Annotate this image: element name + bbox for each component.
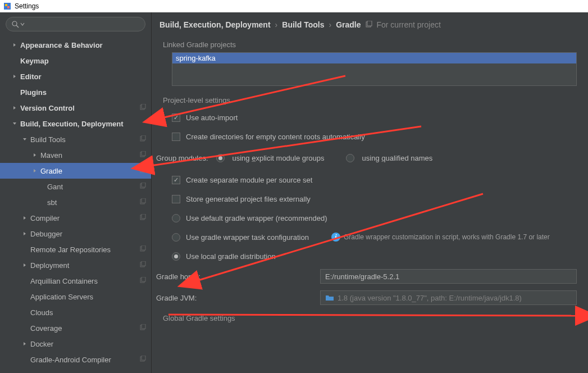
- info-icon: i: [331, 233, 340, 242]
- svg-rect-22: [142, 261, 145, 266]
- sidebar-item-gradle[interactable]: Gradle: [0, 163, 151, 179]
- project-level-label: Project-level settings: [152, 90, 588, 108]
- sidebar-item-label: Arquillian Containers: [30, 277, 140, 285]
- sidebar-item-editor[interactable]: Editor: [0, 69, 151, 84]
- sidebar-item-label: Application Servers: [30, 293, 147, 301]
- radio-icon[interactable]: [346, 154, 354, 162]
- sidebar-item-label: Deployment: [30, 261, 140, 270]
- crumb-3: Gradle: [336, 20, 361, 29]
- svg-rect-30: [367, 21, 372, 26]
- window-title: Settings: [15, 2, 39, 10]
- breadcrumb: Build, Execution, Deployment › Build Too…: [152, 12, 588, 35]
- sidebar-item-arquillian-containers[interactable]: Arquillian Containers: [0, 273, 151, 289]
- linked-projects-list[interactable]: spring-kafka: [172, 52, 577, 86]
- wrapper-task-row[interactable]: Use gradle wrapper task configuration i …: [172, 228, 577, 247]
- chevron-down-icon: [20, 22, 25, 26]
- list-item[interactable]: spring-kafka: [172, 53, 576, 63]
- svg-rect-28: [142, 356, 145, 360]
- checkbox-icon[interactable]: [172, 195, 180, 203]
- chevron-right-icon: [31, 153, 38, 157]
- svg-rect-18: [142, 214, 145, 219]
- radio-icon[interactable]: [172, 252, 180, 261]
- chevron-right-icon: [21, 231, 28, 236]
- sidebar-item-label: Debugger: [30, 230, 147, 238]
- gradle-home-input[interactable]: E:/runtime/gradle-5.2.1: [320, 269, 577, 284]
- sidebar-item-label: Gant: [47, 183, 140, 191]
- copy-icon: [140, 214, 147, 222]
- svg-rect-14: [142, 183, 145, 187]
- chevron-right-icon: [31, 169, 38, 173]
- wrapper-hint: i Gradle wrapper customization in script…: [331, 233, 550, 242]
- radio-icon[interactable]: [216, 154, 225, 162]
- chevron-right-icon: [11, 106, 18, 110]
- settings-tree: Appearance & BehaviorKeymapEditorPlugins…: [0, 36, 151, 373]
- svg-rect-12: [142, 167, 145, 171]
- create-dirs-row[interactable]: Create directories for empty content roo…: [172, 127, 577, 146]
- sidebar-item-label: Keymap: [20, 57, 147, 65]
- sidebar-item-gradle-android-compiler[interactable]: Gradle-Android Compiler: [0, 352, 151, 367]
- sidebar-item-build-execution-deployment[interactable]: Build, Execution, Deployment: [0, 116, 151, 131]
- svg-rect-1: [5, 4, 7, 6]
- gradle-jvm-select[interactable]: 1.8 (java version "1.8.0_77", path: E:/r…: [320, 290, 577, 305]
- chevron-right-icon: [11, 43, 18, 47]
- svg-rect-26: [142, 324, 145, 329]
- auto-import-row[interactable]: Use auto-import: [172, 108, 577, 127]
- sidebar-item-label: Coverage: [30, 324, 140, 333]
- gradle-home-row: Gradle home: E:/runtime/gradle-5.2.1: [156, 266, 577, 287]
- sidebar-item-keymap[interactable]: Keymap: [0, 53, 151, 69]
- chevron-down-icon: [21, 137, 28, 142]
- group-modules-label: Group modules:: [156, 154, 208, 162]
- window-titlebar: Settings: [0, 0, 588, 12]
- folder-icon: [325, 294, 334, 301]
- svg-point-3: [12, 21, 17, 26]
- sidebar-item-gant[interactable]: Gant: [0, 179, 151, 194]
- sidebar-item-remote-jar-repositories[interactable]: Remote Jar Repositories: [0, 242, 151, 257]
- gradle-jvm-row: Gradle JVM: 1.8 (java version "1.8.0_77"…: [156, 287, 577, 308]
- auto-import-label: Use auto-import: [186, 113, 238, 122]
- sidebar-item-version-control[interactable]: Version Control: [0, 100, 151, 116]
- search-icon: [12, 21, 19, 28]
- app-icon: [3, 2, 11, 10]
- chevron-right-icon: [11, 74, 18, 79]
- sidebar-item-plugins[interactable]: Plugins: [0, 84, 151, 100]
- sidebar-item-deployment[interactable]: Deployment: [0, 257, 151, 273]
- sidebar-item-sbt[interactable]: sbt: [0, 194, 151, 210]
- sep-module-label: Create separate module per source set: [186, 176, 312, 184]
- sidebar-item-debugger[interactable]: Debugger: [0, 226, 151, 242]
- local-dist-row[interactable]: Use local gradle distribution: [172, 247, 577, 266]
- checkbox-icon[interactable]: [172, 176, 180, 184]
- sidebar-item-label: Clouds: [30, 308, 147, 317]
- store-ext-row[interactable]: Store generated project files externally: [172, 189, 577, 208]
- sidebar-item-coverage[interactable]: Coverage: [0, 320, 151, 336]
- linked-projects-label: Linked Gradle projects: [152, 35, 588, 52]
- sidebar-item-label: Plugins: [20, 88, 147, 97]
- checkbox-icon[interactable]: [172, 133, 180, 141]
- checkbox-icon[interactable]: [172, 113, 180, 122]
- sidebar-item-maven[interactable]: Maven: [0, 147, 151, 163]
- radio-icon[interactable]: [172, 214, 180, 222]
- search-input[interactable]: [6, 17, 145, 31]
- copy-icon: [140, 104, 147, 112]
- sidebar-item-build-tools[interactable]: Build Tools: [0, 131, 151, 147]
- sidebar-item-docker[interactable]: Docker: [0, 336, 151, 352]
- sidebar-item-clouds[interactable]: Clouds: [0, 304, 151, 320]
- sidebar-item-label: Remote Jar Repositories: [30, 245, 140, 254]
- sidebar-item-appearance-behavior[interactable]: Appearance & Behavior: [0, 37, 151, 53]
- copy-icon: [140, 277, 147, 285]
- sep-module-row[interactable]: Create separate module per source set: [172, 170, 577, 189]
- copy-icon: [140, 261, 147, 270]
- for-current-project: For current project: [365, 20, 440, 29]
- global-settings-label: Global Gradle settings: [152, 308, 588, 328]
- group-modules-row: Group modules: using explicit module gro…: [156, 146, 577, 170]
- crumb-2: Build Tools: [282, 20, 324, 29]
- sidebar-item-application-servers[interactable]: Application Servers: [0, 289, 151, 304]
- sidebar-item-label: Gradle-Android Compiler: [30, 356, 140, 364]
- svg-rect-24: [142, 277, 145, 281]
- crumb-sep: ›: [329, 20, 331, 29]
- gradle-home-label: Gradle home:: [156, 272, 313, 281]
- sidebar-item-compiler[interactable]: Compiler: [0, 210, 151, 226]
- radio-icon[interactable]: [172, 233, 180, 242]
- explicit-label: using explicit module groups: [233, 154, 325, 162]
- default-wrapper-row[interactable]: Use default gradle wrapper (recommended): [172, 208, 577, 228]
- settings-content: Build, Execution, Deployment › Build Too…: [152, 12, 588, 373]
